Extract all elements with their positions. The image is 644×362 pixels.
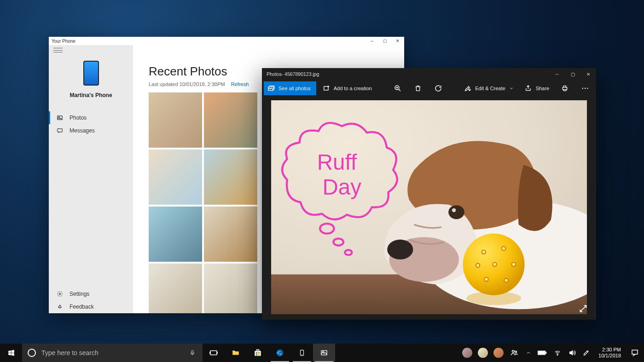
svg-point-23 bbox=[504, 278, 508, 282]
people-contact-avatar[interactable] bbox=[462, 348, 472, 358]
more-icon bbox=[581, 84, 589, 92]
phone-preview: Martina's Phone bbox=[49, 61, 133, 98]
your-phone-sidebar: Martina's Phone Photos Messages bbox=[49, 45, 133, 313]
svg-rect-36 bbox=[256, 354, 257, 356]
svg-point-20 bbox=[482, 250, 486, 254]
svg-point-27 bbox=[466, 291, 521, 305]
sidebar-item-feedback[interactable]: Feedback bbox=[49, 300, 133, 313]
sidebar-item-label: Messages bbox=[70, 127, 95, 134]
edge-button[interactable] bbox=[269, 344, 291, 362]
photo-thumbnail[interactable] bbox=[204, 149, 257, 205]
print-icon bbox=[561, 85, 569, 92]
photo-thumbnail[interactable] bbox=[149, 264, 202, 313]
photos-toolbar: See all photos Add to a creation bbox=[262, 80, 596, 97]
add-to-creation-button[interactable]: Add to a creation bbox=[318, 81, 377, 95]
taskbar-search[interactable]: Type here to search bbox=[22, 344, 182, 362]
sidebar-item-settings[interactable]: Settings bbox=[49, 287, 133, 300]
fullscreen-button[interactable] bbox=[578, 303, 589, 314]
sidebar-item-messages[interactable]: Messages bbox=[49, 124, 133, 137]
svg-point-24 bbox=[484, 277, 488, 282]
ink-workspace-icon[interactable] bbox=[583, 349, 590, 357]
photo-viewport[interactable]: Ruff Day bbox=[271, 100, 587, 314]
microsoft-store-button[interactable] bbox=[247, 344, 269, 362]
photos-window: Photos- 4567890123.jpg ─ ▢ ✕ See all pho… bbox=[262, 68, 596, 320]
taskbar: Type here to search bbox=[0, 344, 644, 362]
button-label: Share bbox=[536, 86, 549, 91]
wifi-icon[interactable] bbox=[553, 350, 562, 356]
file-explorer-button[interactable] bbox=[225, 344, 247, 362]
photo-thumbnail[interactable] bbox=[149, 149, 202, 205]
button-label: Add to a creation bbox=[334, 86, 372, 91]
minimize-button[interactable]: ─ bbox=[366, 37, 378, 45]
close-button[interactable]: ✕ bbox=[391, 37, 404, 45]
sidebar-item-label: Feedback bbox=[70, 304, 94, 310]
svg-point-9 bbox=[582, 88, 583, 89]
sidebar-item-label: Photos bbox=[70, 115, 87, 121]
folder-icon bbox=[231, 349, 241, 357]
svg-point-47 bbox=[557, 355, 558, 356]
svg-rect-34 bbox=[256, 352, 257, 353]
rotate-icon bbox=[434, 84, 442, 92]
collection-icon bbox=[267, 85, 275, 92]
maximize-button[interactable]: ▢ bbox=[378, 37, 391, 45]
photo-thumbnail[interactable] bbox=[204, 207, 257, 262]
mic-button[interactable] bbox=[182, 344, 203, 362]
fullscreen-icon bbox=[579, 304, 588, 313]
photo-thumbnail[interactable] bbox=[204, 264, 257, 313]
action-center-button[interactable] bbox=[626, 344, 644, 362]
tray-overflow-icon[interactable] bbox=[526, 350, 531, 356]
see-all-photos-button[interactable]: See all photos bbox=[264, 81, 316, 95]
people-button[interactable] bbox=[506, 344, 522, 362]
photo-image: Ruff Day bbox=[271, 100, 587, 314]
clock-date: 10/1/2018 bbox=[598, 353, 621, 359]
clock-time: 2:30 PM bbox=[598, 347, 621, 353]
your-phone-title: Your Phone bbox=[52, 39, 75, 44]
close-button[interactable]: ✕ bbox=[580, 68, 596, 80]
svg-rect-6 bbox=[324, 86, 328, 90]
minimize-button[interactable]: ─ bbox=[549, 68, 565, 80]
svg-rect-33 bbox=[255, 351, 261, 356]
share-button[interactable]: Share bbox=[520, 81, 554, 95]
more-button[interactable] bbox=[576, 81, 594, 95]
svg-point-11 bbox=[587, 88, 588, 89]
your-phone-titlebar[interactable]: Your Phone ─ ▢ ✕ bbox=[49, 37, 404, 45]
creation-icon bbox=[323, 85, 330, 92]
phone-icon bbox=[83, 61, 99, 86]
delete-button[interactable] bbox=[409, 81, 427, 95]
start-button[interactable] bbox=[0, 344, 22, 362]
photo-thumbnail[interactable] bbox=[149, 207, 202, 262]
svg-point-42 bbox=[512, 351, 515, 353]
phone-icon bbox=[299, 348, 305, 357]
photo-icon bbox=[319, 349, 329, 356]
annotation-line1: Ruff bbox=[317, 150, 357, 174]
print-button[interactable] bbox=[556, 81, 574, 95]
svg-point-41 bbox=[323, 351, 324, 352]
volume-icon[interactable] bbox=[568, 349, 576, 356]
people-icon bbox=[510, 349, 519, 357]
photos-taskbar-button[interactable] bbox=[313, 344, 335, 362]
svg-point-21 bbox=[502, 247, 506, 251]
button-label: Edit & Create bbox=[475, 86, 505, 91]
task-view-button[interactable] bbox=[203, 344, 225, 362]
action-center-icon bbox=[631, 349, 639, 357]
refresh-link[interactable]: Refresh bbox=[231, 81, 249, 87]
windows-icon bbox=[7, 349, 15, 357]
edit-icon bbox=[464, 85, 471, 92]
battery-icon[interactable] bbox=[538, 350, 547, 356]
your-phone-taskbar-button[interactable] bbox=[291, 344, 313, 362]
svg-point-22 bbox=[512, 263, 516, 267]
taskbar-clock[interactable]: 2:30 PM 10/1/2018 bbox=[594, 347, 626, 359]
svg-rect-45 bbox=[545, 352, 546, 353]
photos-titlebar[interactable]: Photos- 4567890123.jpg ─ ▢ ✕ bbox=[262, 68, 596, 80]
sidebar-item-photos[interactable]: Photos bbox=[49, 111, 133, 124]
people-contact-avatar[interactable] bbox=[478, 348, 488, 358]
zoom-button[interactable] bbox=[389, 81, 407, 95]
photo-thumbnail[interactable] bbox=[204, 92, 257, 148]
edit-create-button[interactable]: Edit & Create bbox=[459, 81, 518, 95]
maximize-button[interactable]: ▢ bbox=[565, 68, 580, 80]
zoom-icon bbox=[394, 84, 402, 92]
people-contact-avatar[interactable] bbox=[493, 348, 504, 358]
photo-thumbnail[interactable] bbox=[149, 92, 202, 148]
hamburger-icon[interactable] bbox=[53, 48, 63, 52]
rotate-button[interactable] bbox=[429, 81, 447, 95]
